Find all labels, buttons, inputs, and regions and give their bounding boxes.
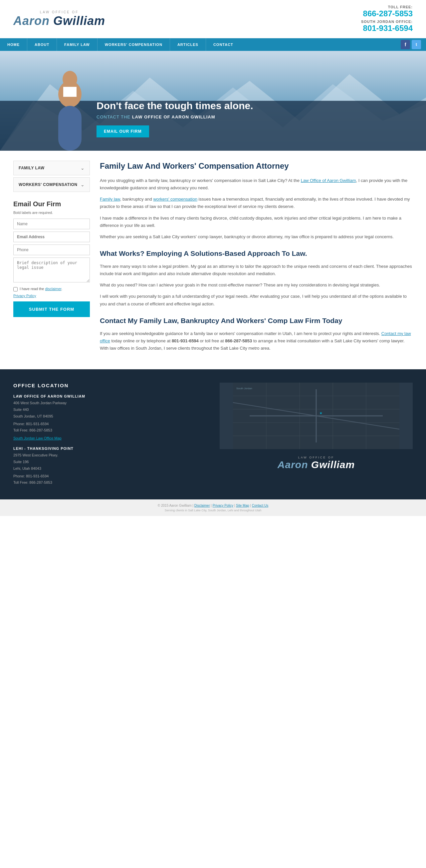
footer-location-2-tollfree: Toll Free: 866-287-5853 — [13, 479, 206, 486]
footer-location-2-phone: Phone: 801-931-6594 — [13, 473, 206, 480]
toll-free-label: TOLL FREE: — [361, 5, 413, 9]
svg-rect-5 — [58, 106, 82, 151]
contact-bottom-link[interactable]: Contact Us — [252, 504, 268, 507]
social-icons: f t — [401, 40, 426, 49]
map-placeholder: South Jordan ★ — [220, 382, 413, 449]
facebook-icon[interactable]: f — [401, 40, 410, 49]
footer-location-1-address: 406 West South Jordan ParkwaySuite 440So… — [13, 400, 206, 420]
footer-inner: OFFICE LOCATION LAW OFFICE OF AARON GWIL… — [13, 382, 413, 486]
nav-item-articles[interactable]: ARTICLES — [170, 38, 206, 51]
sidebar-item-workers-comp[interactable]: WORKERS' COMPENSATION ⌄ — [13, 177, 90, 192]
workers-comp-link[interactable]: workers' compensation — [153, 197, 197, 202]
bottom-bar: © 2015 Aaron Gwilliam | Disclaimer | Pri… — [0, 499, 426, 516]
sitemap-link[interactable]: Site Map — [236, 504, 249, 507]
section2-para-1: There are many ways to solve a legal pro… — [100, 263, 413, 277]
main-content: FAMILY LAW ⌄ WORKERS' COMPENSATION ⌄ Ema… — [0, 151, 426, 366]
svg-text:South Jordan: South Jordan — [236, 387, 252, 390]
footer-logo-area: LAW OFFICE OF Aaron Gwilliam — [278, 456, 355, 470]
hero-subtitle-name: LAW OFFICE OF AARON GWILLIAM — [132, 115, 215, 119]
privacy-policy-link: Privacy Policy — [13, 293, 90, 298]
article-para-1: Are you struggling with a family law, ba… — [100, 177, 413, 192]
nav-item-about[interactable]: ABOUT — [27, 38, 57, 51]
footer: OFFICE LOCATION LAW OFFICE OF AARON GWIL… — [0, 369, 426, 499]
nav-item-contact[interactable]: CONTACT — [206, 38, 241, 51]
nav-item-family-law[interactable]: FAMILY LAW — [57, 38, 97, 51]
email-form-section: Email Our Firm Bold labels are required.… — [13, 200, 90, 317]
nav-links: HOME ABOUT FAMILY LAW WORKERS' COMPENSAT… — [0, 38, 241, 51]
bottom-bar-text: © 2015 Aaron Gwilliam | Disclaimer | Pri… — [13, 504, 413, 507]
footer-location-2-address: 2975 West Executive Pkwy.Suite 196Lehi, … — [13, 452, 206, 472]
family-law-link[interactable]: Family law — [100, 197, 120, 202]
toll-free-phone: 866-287-5853 — [361, 9, 413, 18]
hero-title: Don't face the tough times alone. — [96, 100, 413, 112]
office-label: SOUTH JORDAN OFFICE: — [361, 20, 413, 24]
form-required-note: Bold labels are required. — [13, 211, 90, 215]
office-phone: 801-931-6594 — [361, 24, 413, 33]
logo-name: Aaron Gwilliam — [13, 14, 105, 28]
logo-area: LAW OFFICE OF Aaron Gwilliam — [13, 10, 105, 28]
svg-rect-7 — [63, 87, 77, 97]
header: LAW OFFICE OF Aaron Gwilliam TOLL FREE: … — [0, 0, 426, 38]
bottom-bar-attribution: Serving clients in Salt Lake City, South… — [13, 509, 413, 512]
copyright-text: © 2015 Aaron Gwilliam | — [158, 504, 194, 507]
sidebar-item-family-law[interactable]: FAMILY LAW ⌄ — [13, 161, 90, 175]
privacy-policy-anchor[interactable]: Privacy Policy — [13, 294, 36, 298]
hero-subtitle-prefix: CONTACT THE — [96, 115, 132, 119]
sidebar-item-family-law-label: FAMILY LAW — [19, 166, 44, 170]
privacy-bottom-link[interactable]: Privacy Policy — [213, 504, 233, 507]
hero-subtitle: CONTACT THE LAW OFFICE OF AARON GWILLIAM — [96, 115, 413, 119]
disclaimer-text: I have read the disclaimer. — [20, 287, 62, 291]
disclaimer-bottom-link[interactable]: Disclaimer — [194, 504, 210, 507]
name-input[interactable] — [13, 219, 90, 229]
svg-text:★: ★ — [320, 411, 323, 415]
nav-item-workers-comp[interactable]: WORKERS' COMPENSATION — [97, 38, 170, 51]
article-title: Family Law And Workers' Compensation Att… — [100, 161, 413, 171]
chevron-down-icon-2: ⌄ — [81, 182, 85, 187]
footer-location-1-name: LAW OFFICE OF AARON GWILLIAM — [13, 394, 206, 398]
footer-location-1-phone: Phone: 801-931-6594 — [13, 421, 206, 428]
south-jordan-map-link[interactable]: South Jordan Law Office Map — [13, 436, 62, 440]
email-input[interactable] — [13, 231, 90, 242]
section2-title: What Works? Employing A Solutions-Based … — [100, 249, 413, 258]
section2-para-3: I will work with you personally to gain … — [100, 293, 413, 307]
contact-info: TOLL FREE: 866-287-5853 SOUTH JORDAN OFF… — [361, 5, 413, 33]
disclaimer-checkbox[interactable] — [13, 287, 18, 291]
chevron-down-icon: ⌄ — [81, 165, 85, 171]
footer-right: South Jordan ★ LAW OFFICE OF Aaron Gwill… — [220, 382, 413, 486]
article-para-2: Family law, bankruptcy and workers' comp… — [100, 196, 413, 210]
sidebar-item-workers-comp-label: WORKERS' COMPENSATION — [19, 182, 77, 187]
description-textarea[interactable] — [13, 257, 90, 282]
submit-button[interactable]: SUBMIT THE FORM — [13, 302, 90, 317]
logo-small: LAW OFFICE OF — [13, 10, 105, 14]
section3-title: Contact My Family Law, Bankruptcy And Wo… — [100, 316, 413, 325]
footer-office-title: OFFICE LOCATION — [13, 382, 206, 388]
navigation: HOME ABOUT FAMILY LAW WORKERS' COMPENSAT… — [0, 38, 426, 51]
footer-logo-name: Aaron Gwilliam — [278, 459, 355, 470]
firm-link-1[interactable]: Law Office of Aaron Gwilliam — [301, 178, 356, 183]
disclaimer-link[interactable]: disclaimer — [45, 287, 61, 291]
hero-content: Don't face the tough times alone. CONTAC… — [96, 100, 413, 137]
twitter-icon[interactable]: t — [412, 40, 421, 49]
article-content: Family Law And Workers' Compensation Att… — [100, 161, 413, 356]
hero-section: Don't face the tough times alone. CONTAC… — [0, 51, 426, 151]
sidebar: FAMILY LAW ⌄ WORKERS' COMPENSATION ⌄ Ema… — [13, 161, 90, 356]
contact-link[interactable]: Contact my law office — [100, 331, 411, 343]
phone-input[interactable] — [13, 245, 90, 255]
footer-location-1-tollfree: Toll Free: 866-287-5853 — [13, 427, 206, 434]
map-svg: South Jordan ★ — [220, 382, 413, 449]
article-para-3: I have made a difference in the lives of… — [100, 215, 413, 229]
article-para-4: Whether you are seeking a Salt Lake City… — [100, 233, 413, 241]
email-form-title: Email Our Firm — [13, 200, 90, 208]
footer-logo-small: LAW OFFICE OF — [278, 456, 355, 459]
footer-left: OFFICE LOCATION LAW OFFICE OF AARON GWIL… — [13, 382, 206, 486]
disclaimer-row: I have read the disclaimer. — [13, 287, 90, 291]
footer-location-2-name: LEHI - THANKSGIVING POINT — [13, 446, 206, 451]
section3-para-1: If you are seeking knowledgeable guidanc… — [100, 330, 413, 352]
nav-item-home[interactable]: HOME — [0, 38, 27, 51]
svg-point-6 — [63, 71, 77, 88]
email-firm-button[interactable]: EMAIL OUR FIRM — [96, 125, 149, 137]
section2-para-2: What do you need? How can I achieve your… — [100, 281, 413, 289]
